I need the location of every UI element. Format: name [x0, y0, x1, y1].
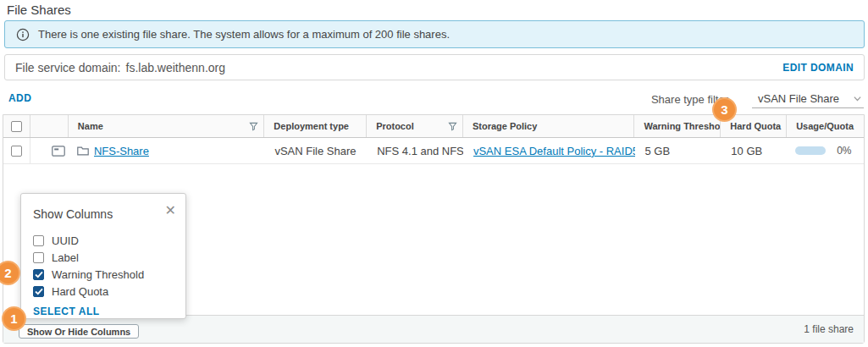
annotation-badge-3: 3: [712, 97, 737, 122]
column-header-name[interactable]: Name: [69, 115, 265, 137]
chevron-down-icon: [853, 94, 862, 103]
label-checkbox[interactable]: [33, 252, 44, 263]
file-service-domain-bar: File service domain: fs.lab.weithenn.org…: [4, 54, 865, 80]
note-icon[interactable]: [52, 146, 65, 157]
show-or-hide-columns-button[interactable]: Show Or Hide Columns: [19, 324, 139, 339]
hard-quota-checkbox[interactable]: [33, 286, 44, 297]
row-name-cell: NFS-Share: [69, 145, 265, 157]
column-header-storage-policy[interactable]: Storage Policy: [463, 115, 635, 137]
domain-label: File service domain:: [15, 61, 121, 74]
file-shares-page: File Shares There is one existing file s…: [0, 0, 868, 347]
storage-policy-link[interactable]: vSAN ESA Default Policy - RAID5: [473, 145, 635, 157]
row-warning-threshold-cell: 5 GB: [635, 145, 721, 157]
add-button[interactable]: ADD: [8, 92, 31, 104]
select-all-checkbox[interactable]: [11, 121, 22, 132]
close-icon[interactable]: ✕: [165, 205, 176, 217]
column-header-protocol[interactable]: Protocol: [367, 115, 463, 137]
popup-options: UUID Label Warning Threshold Hard Quota: [33, 232, 174, 300]
filter-icon[interactable]: [249, 122, 258, 131]
column-header-deployment-type[interactable]: Deployment type: [264, 115, 367, 137]
select-all-link[interactable]: SELECT ALL: [33, 306, 100, 317]
file-share-name-link[interactable]: NFS-Share: [94, 145, 149, 157]
popup-title: Show Columns: [33, 207, 174, 221]
edit-domain-button[interactable]: EDIT DOMAIN: [782, 62, 854, 74]
usage-bar: [795, 146, 826, 155]
row-count-label: 1 file share: [804, 323, 854, 335]
column-option-uuid[interactable]: UUID: [33, 232, 174, 249]
filter-icon[interactable]: [448, 122, 457, 131]
warning-threshold-checkbox[interactable]: [33, 269, 44, 280]
row-storage-policy-cell: vSAN ESA Default Policy - RAID5: [463, 145, 635, 157]
table-row: NFS-Share vSAN File Share NFS 4.1 and NF…: [3, 138, 864, 164]
column-header-usage-quota[interactable]: Usage/Quota: [787, 115, 864, 137]
row-checkbox-cell: [3, 138, 30, 163]
column-option-warning-threshold[interactable]: Warning Threshold: [33, 266, 174, 283]
row-usage-quota-cell: 0%: [787, 145, 864, 157]
column-header-warning-threshold[interactable]: Warning Threshold: [634, 115, 721, 137]
row-checkbox[interactable]: [11, 146, 22, 157]
usage-percent: 0%: [837, 145, 851, 157]
uuid-checkbox[interactable]: [33, 235, 44, 246]
select-all-checkbox-cell: [3, 115, 30, 137]
icon-column-header: [30, 115, 69, 137]
folder-icon: [77, 146, 89, 156]
row-note-cell: [30, 146, 69, 157]
datagrid-header-row: Name Deployment type Protocol Storage Po…: [3, 115, 864, 138]
info-banner-text: There is one existing file share. The sy…: [38, 28, 450, 41]
row-protocol-cell: NFS 4.1 and NFS...: [367, 145, 463, 157]
row-hard-quota-cell: 10 GB: [721, 145, 787, 157]
annotation-badge-1: 1: [2, 306, 26, 331]
column-option-hard-quota[interactable]: Hard Quota: [33, 283, 174, 300]
grid-toolbar: ADD Share type filter vSAN File Share: [0, 87, 868, 109]
info-banner: There is one existing file share. The sy…: [4, 20, 865, 48]
row-deployment-type-cell: vSAN File Share: [264, 145, 367, 157]
share-type-filter-select[interactable]: vSAN File Share: [752, 90, 864, 108]
share-type-filter-value: vSAN File Share: [758, 92, 839, 105]
column-option-label[interactable]: Label: [33, 249, 174, 266]
show-columns-popup: Show Columns ✕ UUID Label Warning Thresh…: [20, 193, 186, 319]
domain-value: fs.lab.weithenn.org: [126, 61, 226, 74]
info-circle-icon: [16, 28, 30, 41]
page-title: File Shares: [7, 3, 71, 17]
